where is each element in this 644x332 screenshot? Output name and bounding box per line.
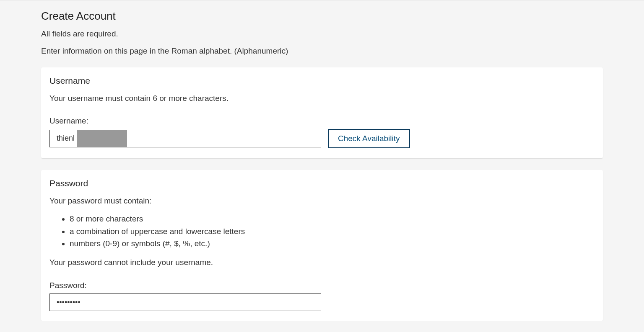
username-label: Username: bbox=[49, 116, 595, 126]
password-post-note: Your password cannot include your userna… bbox=[49, 257, 595, 269]
password-req-item: a combination of uppercase and lowercase… bbox=[70, 225, 595, 237]
password-input[interactable] bbox=[49, 293, 321, 311]
intro-all-fields: All fields are required. bbox=[41, 28, 603, 46]
username-input[interactable] bbox=[49, 130, 321, 147]
username-help-text: Your username must contain 6 or more cha… bbox=[49, 93, 595, 105]
password-card: Password Your password must contain: 8 o… bbox=[41, 170, 603, 321]
check-availability-button[interactable]: Check Availability bbox=[328, 129, 410, 148]
username-section-title: Username bbox=[49, 76, 595, 86]
password-section-title: Password bbox=[49, 178, 595, 188]
password-req-item: 8 or more characters bbox=[70, 213, 595, 225]
intro-alphanumeric: Enter information on this page in the Ro… bbox=[41, 46, 603, 63]
username-row: Check Availability bbox=[49, 129, 595, 148]
username-input-wrapper bbox=[49, 130, 321, 147]
main-container: Create Account All fields are required. … bbox=[41, 0, 603, 321]
username-card: Username Your username must contain 6 or… bbox=[41, 67, 603, 158]
password-requirements-list: 8 or more characters a combination of up… bbox=[49, 213, 595, 250]
password-label: Password: bbox=[49, 281, 595, 290]
password-req-item: numbers (0-9) or symbols (#, $, %, etc.) bbox=[70, 237, 595, 250]
password-help-intro: Your password must contain: bbox=[49, 195, 595, 207]
page-title: Create Account bbox=[41, 9, 603, 28]
